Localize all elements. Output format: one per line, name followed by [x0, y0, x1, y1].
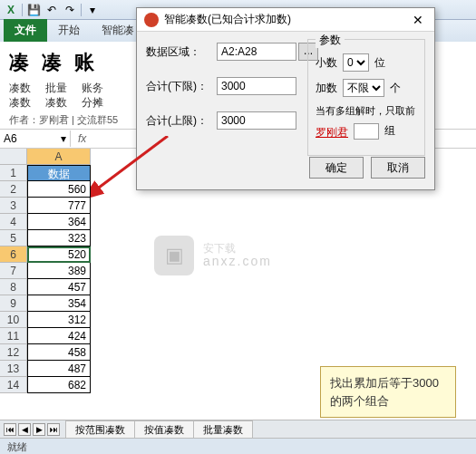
data-cell[interactable]: 487 [27, 361, 91, 377]
tab-home[interactable]: 开始 [47, 19, 91, 42]
row-header[interactable]: 13 [0, 361, 27, 377]
fx-label[interactable]: fx [71, 132, 93, 145]
sheet-tab[interactable]: 按值凑数 [134, 420, 194, 439]
groups-unit: 组 [384, 123, 395, 139]
row-header[interactable]: 12 [0, 344, 27, 361]
row-header[interactable]: 11 [0, 328, 27, 344]
data-cell[interactable]: 520 [27, 246, 91, 263]
sheet-tab[interactable]: 按范围凑数 [65, 420, 135, 439]
data-cell[interactable]: 458 [27, 344, 91, 361]
upper-label: 合计(上限)： [146, 113, 217, 129]
name-box-dropdown-icon[interactable]: ▾ [61, 132, 66, 145]
name-box-input[interactable] [4, 132, 49, 145]
decimals-label: 小数 [316, 55, 337, 71]
addend-label: 加数 [316, 81, 337, 96]
cancel-button[interactable]: 取消 [371, 157, 425, 179]
range-label: 数据区域： [146, 44, 217, 60]
row-header[interactable]: 2 [0, 181, 27, 198]
params-title: 参数 [316, 33, 345, 48]
ribbon-btn-2[interactable]: 批量凑数 [45, 82, 67, 110]
smart-sum-dialog: 智能凑数(已知合计求加数) ✕ 数据区域： ... 合计(下限)： 合计(上限)… [136, 7, 435, 190]
cells: 数据56077736432352038945735431242445848768… [27, 165, 91, 393]
lower-label: 合计(下限)： [146, 79, 217, 94]
data-cell[interactable]: 389 [27, 263, 91, 279]
lower-input[interactable] [217, 77, 296, 95]
ok-button[interactable]: 确定 [309, 157, 364, 179]
dialog-icon [144, 13, 159, 27]
row-header[interactable]: 5 [0, 230, 27, 246]
data-cell[interactable]: 457 [27, 279, 91, 295]
decimals-unit: 位 [374, 55, 385, 71]
sheet-nav-next-icon[interactable]: ▶ [33, 423, 45, 436]
addend-unit: 个 [390, 81, 401, 96]
data-cell[interactable]: 777 [27, 198, 91, 214]
dialog-title: 智能凑数(已知合计求加数) [164, 12, 291, 27]
annotation-callout: 找出累加后等于3000的两个组合 [320, 366, 456, 418]
params-group: 参数 小数 0 位 加数 不限 个 当有多组解时，只取前 罗刚君 组 [307, 39, 425, 156]
row-header[interactable]: 10 [0, 312, 27, 328]
row-header[interactable]: 4 [0, 214, 27, 230]
close-icon[interactable]: ✕ [409, 13, 427, 27]
undo-icon[interactable]: ↶ [44, 3, 59, 17]
data-cell[interactable]: 354 [27, 295, 91, 312]
data-cell[interactable]: 323 [27, 230, 91, 246]
col-header-A[interactable]: A [27, 149, 91, 165]
row-header[interactable]: 9 [0, 295, 27, 312]
sheet-nav-first-icon[interactable]: ⏮ [4, 423, 16, 436]
ribbon-btn-1[interactable]: 凑数凑数 [9, 82, 31, 110]
data-cell[interactable]: 424 [27, 328, 91, 344]
sheet-tab[interactable]: 批量凑数 [193, 420, 253, 439]
ribbon-btn-3[interactable]: 账务分摊 [82, 82, 103, 110]
data-cell[interactable]: 312 [27, 312, 91, 328]
data-cell[interactable]: 682 [27, 377, 91, 393]
row-header[interactable]: 3 [0, 198, 27, 214]
qat-sep [22, 4, 23, 16]
sheet-nav-last-icon[interactable]: ⏭ [47, 423, 60, 436]
qat-sep [81, 4, 82, 16]
row-headers: 1234567891011121314 [0, 165, 27, 393]
dialog-titlebar[interactable]: 智能凑数(已知合计求加数) ✕ [137, 8, 434, 32]
decimals-select[interactable]: 0 [343, 53, 369, 72]
row-header[interactable]: 8 [0, 279, 27, 295]
addend-select[interactable]: 不限 [343, 79, 384, 97]
qat-more-icon[interactable]: ▾ [85, 3, 100, 17]
sheet-tab-bar: ⏮ ◀ ▶ ⏭ 按范围凑数 按值凑数 批量凑数 [0, 420, 476, 438]
author-link[interactable]: 罗刚君 [316, 125, 348, 140]
column-headers: A [27, 149, 91, 165]
row-header[interactable]: 1 [0, 165, 27, 181]
sheet-nav-prev-icon[interactable]: ◀ [18, 423, 31, 436]
name-box[interactable]: ▾ [0, 130, 71, 147]
upper-input[interactable] [217, 111, 296, 130]
data-cell[interactable]: 364 [27, 214, 91, 230]
row-header[interactable]: 14 [0, 377, 27, 393]
save-icon[interactable]: 💾 [26, 3, 41, 17]
excel-icon: X [4, 3, 18, 17]
groups-input[interactable] [354, 123, 379, 140]
range-input[interactable] [217, 43, 296, 61]
sheet-nav: ⏮ ◀ ▶ ⏭ [4, 423, 60, 436]
row-header[interactable]: 7 [0, 263, 27, 279]
redo-icon[interactable]: ↷ [63, 3, 77, 17]
header-cell[interactable]: 数据 [27, 165, 91, 181]
select-all-corner[interactable] [0, 149, 27, 165]
row-header[interactable]: 6 [0, 246, 27, 263]
status-bar: 就绪 [0, 438, 476, 454]
params-note: 当有多组解时，只取前 [316, 104, 417, 118]
tab-file[interactable]: 文件 [4, 19, 47, 42]
data-cell[interactable]: 560 [27, 181, 91, 198]
